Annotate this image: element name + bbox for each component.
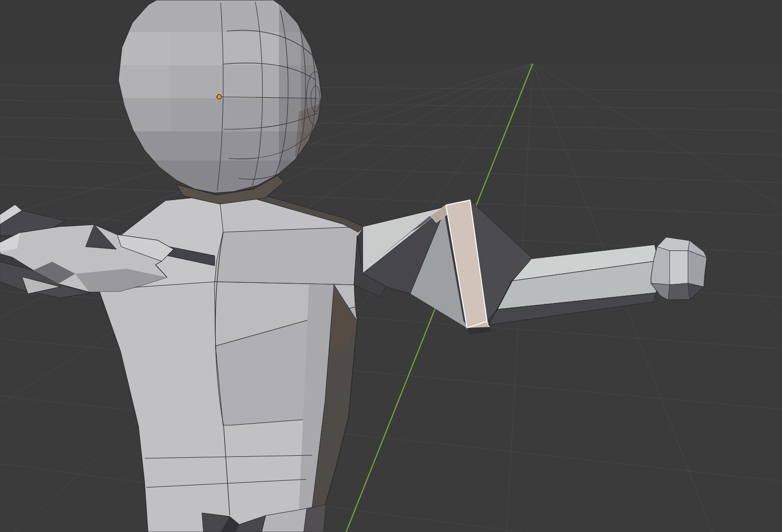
ball-facet-bottom[interactable] — [668, 283, 690, 300]
viewport-canvas[interactable] — [0, 0, 782, 532]
ball-facet-front[interactable] — [670, 251, 688, 285]
sky-above-horizon — [0, 0, 782, 64]
blender-3d-viewport[interactable] — [0, 0, 782, 532]
object-origin-dot[interactable] — [217, 95, 222, 99]
torso-right-chest-band[interactable] — [215, 227, 364, 285]
right-leg-side-dark[interactable] — [304, 504, 326, 532]
